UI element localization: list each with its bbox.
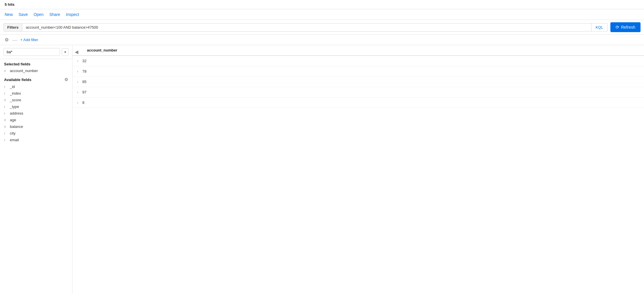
field-name: age	[10, 118, 16, 122]
table-rows: › 32 › 78 › 85 › 97 › 8	[72, 56, 644, 108]
available-fields-title: Available fields	[4, 78, 31, 82]
available-field-address[interactable]: t address	[0, 110, 72, 117]
filter-bar: Filters KQL ⟳ Refresh	[0, 20, 644, 35]
sidebar-dropdown-button[interactable]: ▾	[62, 48, 69, 56]
field-type: t	[4, 105, 8, 109]
field-name-account-number: account_number	[10, 69, 38, 73]
field-name: address	[10, 111, 23, 115]
available-field-_index[interactable]: t _index	[0, 90, 72, 97]
available-field-_score[interactable]: # _score	[0, 97, 72, 103]
table-row[interactable]: › 8	[72, 98, 644, 108]
row-value: 32	[82, 59, 86, 63]
sidebar-search-bar: ▾	[0, 45, 72, 59]
field-type: t	[4, 92, 8, 95]
available-fields-list: t _id t _index # _score t _type t addres…	[0, 83, 72, 143]
row-value: 8	[82, 100, 84, 105]
column-account-number: account_number	[87, 48, 117, 52]
available-field-_type[interactable]: t _type	[0, 103, 72, 110]
field-type: t	[4, 132, 8, 135]
field-name: _index	[10, 91, 21, 95]
filter-input[interactable]	[22, 23, 592, 32]
refresh-icon: ⟳	[616, 25, 619, 30]
field-type: t	[4, 112, 8, 115]
expand-row-icon[interactable]: ›	[77, 80, 78, 84]
field-name: _id	[10, 84, 15, 89]
expand-row-icon[interactable]: ›	[77, 69, 78, 74]
filter-label: Filters	[3, 23, 22, 32]
available-field-email[interactable]: t email	[0, 137, 72, 143]
divider: —	[12, 37, 17, 43]
selected-field-account-number[interactable]: # account_number	[0, 67, 72, 74]
field-type: t	[4, 85, 8, 89]
table-row[interactable]: › 97	[72, 87, 644, 98]
refresh-button[interactable]: ⟳ Refresh	[610, 22, 641, 32]
main-layout: ▾ Selected fields # account_number Avail…	[0, 45, 644, 294]
field-type: t	[4, 138, 8, 142]
row-value: 85	[82, 80, 86, 84]
content-area: ◀ account_number › 32 › 78 › 85 › 97 › 8	[72, 45, 644, 294]
share-button[interactable]: Share	[49, 12, 60, 17]
inspect-button[interactable]: Inspect	[66, 12, 79, 17]
table-row[interactable]: › 85	[72, 77, 644, 87]
table-row[interactable]: › 32	[72, 56, 644, 66]
sidebar-search-input[interactable]	[3, 48, 60, 56]
save-button[interactable]: Save	[19, 12, 28, 17]
selected-fields-title: Selected fields	[0, 59, 72, 67]
hits-bar: 5 hits	[0, 0, 644, 9]
gear-icon[interactable]: ⚙	[4, 36, 9, 43]
table-row[interactable]: › 78	[72, 66, 644, 77]
toolbar: New Save Open Share Inspect	[0, 9, 644, 20]
field-name: _type	[10, 104, 19, 109]
expand-row-icon[interactable]: ›	[77, 59, 78, 63]
collapse-sidebar-button[interactable]: ◀	[72, 48, 81, 56]
open-button[interactable]: Open	[34, 12, 43, 17]
field-name: city	[10, 131, 16, 135]
expand-row-icon[interactable]: ›	[77, 101, 78, 105]
add-filter-link[interactable]: + Add filter	[20, 38, 38, 42]
refresh-label: Refresh	[621, 25, 635, 30]
hits-count: 5 hits	[5, 2, 14, 7]
available-fields-header: Available fields ⚙	[0, 74, 72, 83]
available-field-age[interactable]: # age	[0, 117, 72, 123]
available-fields-gear-icon[interactable]: ⚙	[64, 77, 68, 82]
available-field-balance[interactable]: # balance	[0, 123, 72, 130]
add-filter-row: ⚙ — + Add filter	[0, 35, 644, 45]
field-name: _score	[10, 98, 21, 102]
sidebar: ▾ Selected fields # account_number Avail…	[0, 45, 72, 294]
field-type-account-number: #	[4, 69, 8, 73]
row-value: 97	[82, 90, 86, 94]
available-field-_id[interactable]: t _id	[0, 83, 72, 90]
kql-button[interactable]: KQL	[592, 23, 607, 32]
field-name: email	[10, 138, 19, 142]
row-value: 78	[82, 69, 86, 74]
field-name: balance	[10, 124, 23, 129]
field-type: #	[4, 125, 8, 128]
expand-row-icon[interactable]: ›	[77, 90, 78, 94]
field-type: #	[4, 98, 8, 102]
available-field-city[interactable]: t city	[0, 130, 72, 137]
chevron-down-icon: ▾	[64, 50, 66, 54]
table-header: account_number	[72, 45, 644, 56]
field-type: #	[4, 118, 8, 122]
new-button[interactable]: New	[5, 12, 13, 17]
